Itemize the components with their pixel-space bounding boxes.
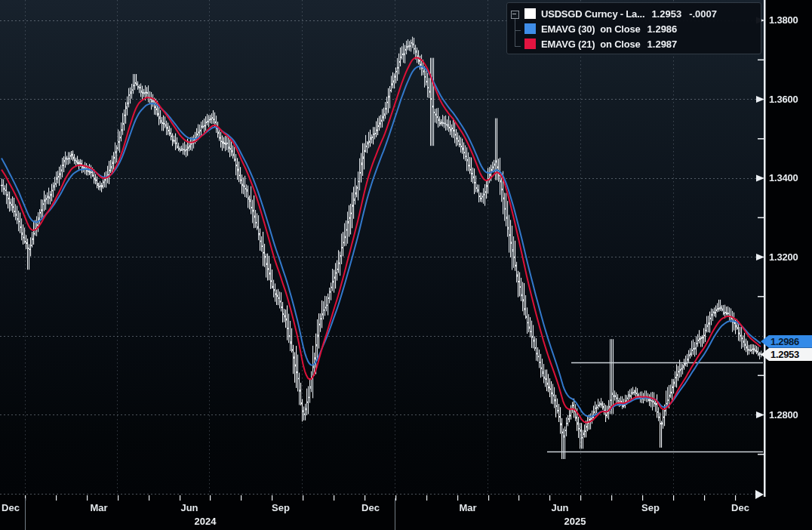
legend-tree-line [515,46,521,47]
legend-value: 1.2987 [647,39,678,50]
legend-value: 1.2986 [647,23,678,35]
y-axis-label: 1.3400 [769,172,798,183]
y-axis-label: 1.3600 [769,94,798,105]
price-chart-canvas[interactable] [0,0,812,530]
legend-label: EMAVG (21) on Close [541,39,641,50]
series-swatch-icon [524,23,536,34]
fx-chart-window: 1.3800 1.3600 1.3400 1.3200 1.2800 1.298… [0,0,812,530]
price-tag-last: 1.2953 [761,348,812,361]
legend-tree [511,11,524,50]
x-year-label: 2024 [195,516,217,527]
x-month-label: Sep [272,502,290,513]
series-swatch-icon [524,39,536,49]
x-year-label: 2025 [564,516,586,527]
legend-item-emavg30[interactable]: EMAVG (30) on Close 1.2986 [524,21,756,36]
x-month-label: Dec [2,502,20,513]
chart-legend: USDSGD Curncy - La... 1.2953 -.0007 EMAV… [506,2,761,54]
year-separator [395,498,395,530]
legend-tree-line [515,30,521,31]
legend-change: -.0007 [689,8,717,20]
x-month-label: Dec [731,502,749,513]
y-axis-label: 1.2800 [769,409,798,421]
legend-label: EMAVG (30) on Close [541,23,641,35]
price-tag-ema: 1.2986 [761,335,812,348]
x-month-label: Sep [641,502,660,513]
x-month-label: Dec [361,502,380,513]
x-axis-end-arrow-icon [755,490,764,499]
year-separator [25,498,26,530]
legend-value: 1.2953 [651,8,681,20]
legend-item-price[interactable]: USDSGD Curncy - La... 1.2953 -.0007 [524,6,756,21]
x-month-label: Mar [459,502,476,513]
legend-item-emavg21[interactable]: EMAVG (21) on Close 1.2987 [524,36,756,51]
x-month-label: Jun [180,502,198,513]
legend-collapse-toggle-icon[interactable] [511,11,519,19]
price-tag-ema-value: 1.2986 [770,336,799,347]
x-month-label: Jun [551,502,568,513]
x-month-label: Mar [90,502,107,513]
y-axis-label: 1.3800 [769,14,798,26]
legend-label: USDSGD Curncy - La... [541,8,644,20]
y-axis-label: 1.3200 [769,251,798,263]
price-tag-last-value: 1.2953 [770,349,799,360]
series-swatch-icon [524,8,536,19]
legend-tree-line [515,19,515,46]
